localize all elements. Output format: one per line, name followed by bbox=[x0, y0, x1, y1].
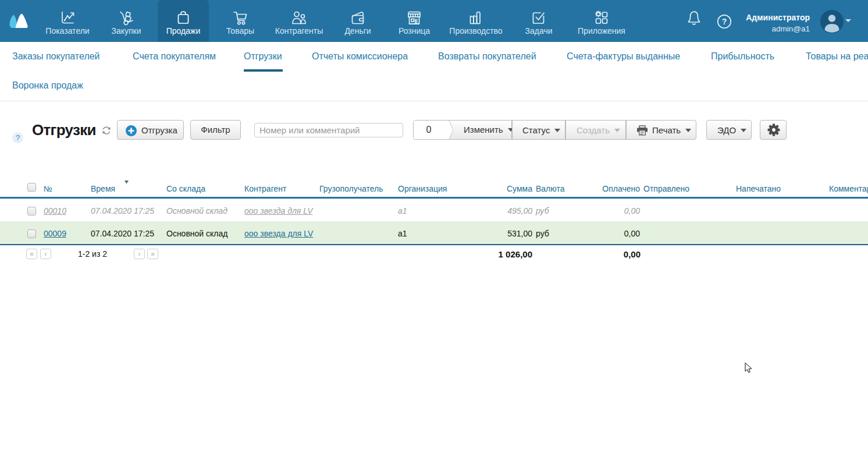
svg-text:?: ? bbox=[722, 17, 727, 26]
